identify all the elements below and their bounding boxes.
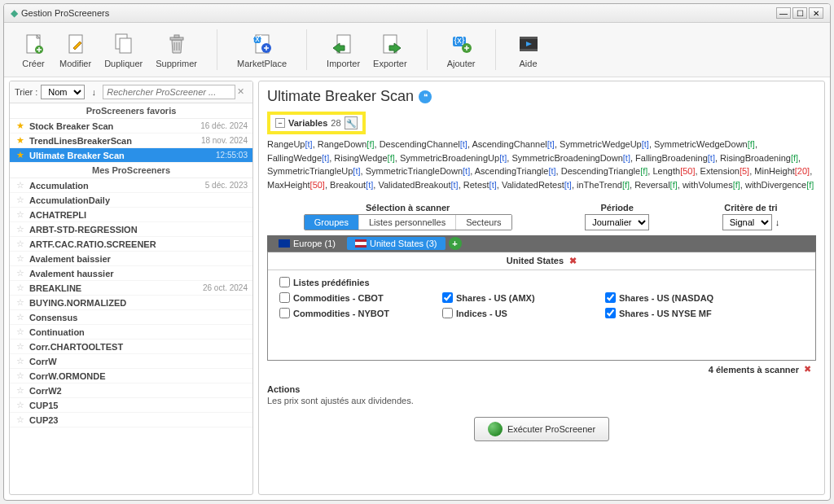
star-icon[interactable]: ☆ bbox=[15, 414, 26, 425]
sort-direction-button[interactable]: ↓ bbox=[88, 86, 99, 98]
list-item[interactable]: ☆AccumulationDaily bbox=[10, 193, 252, 208]
list-item[interactable]: ★Stock Breaker Scan16 déc. 2024 bbox=[10, 119, 252, 134]
list-item[interactable]: ★Ultimate Breaker Scan12:55:03 bbox=[10, 148, 252, 163]
maximize-button[interactable]: ☐ bbox=[792, 7, 807, 19]
collapse-toggle[interactable]: − bbox=[275, 118, 285, 128]
market-checkbox[interactable] bbox=[279, 308, 290, 318]
star-icon[interactable]: ☆ bbox=[15, 180, 26, 191]
variables-settings-button[interactable]: 🔧 bbox=[345, 116, 358, 129]
minimize-button[interactable]: — bbox=[776, 7, 791, 19]
region-tabs: Europe (1) United States (3) + bbox=[267, 235, 816, 252]
screener-list[interactable]: ProScreeners favoris★Stock Breaker Scan1… bbox=[10, 103, 252, 494]
list-item[interactable]: ☆CorrW bbox=[10, 354, 252, 369]
star-icon[interactable]: ☆ bbox=[15, 370, 26, 381]
add-button[interactable]: {x} Ajouter bbox=[441, 29, 482, 70]
execute-button[interactable]: Exécuter ProScreener bbox=[474, 417, 609, 441]
list-item[interactable]: ☆CUP15 bbox=[10, 398, 252, 413]
titlebar: ◆ Gestion ProScreeners — ☐ ✕ bbox=[4, 4, 830, 23]
market-check-item: Commodities - NYBOT bbox=[279, 308, 426, 318]
duplicate-button[interactable]: Dupliquer bbox=[98, 29, 149, 70]
list-item[interactable]: ☆Avalement baissier bbox=[10, 252, 252, 266]
list-item[interactable]: ☆BUYING.NORMALIZED bbox=[10, 296, 252, 310]
star-icon[interactable]: ★ bbox=[15, 121, 26, 131]
market-checkbox[interactable] bbox=[279, 292, 290, 303]
star-icon[interactable]: ☆ bbox=[15, 253, 26, 264]
add-region-button[interactable]: + bbox=[449, 237, 462, 250]
personal-lists-tab[interactable]: Listes personnelles bbox=[359, 215, 456, 230]
help-label: Aide bbox=[520, 59, 538, 68]
scan-footer: 4 élements à scanner ✖ bbox=[267, 361, 816, 378]
list-item[interactable]: ☆ACHATREPLI bbox=[10, 208, 252, 222]
variables-text: RangeUp[t], RangeDown[f], DescendingChan… bbox=[267, 138, 816, 191]
star-icon[interactable]: ☆ bbox=[15, 268, 26, 278]
export-icon bbox=[377, 31, 403, 57]
marketplace-button[interactable]: {x} MarketPlace bbox=[230, 29, 293, 70]
execute-label: Exécuter ProScreener bbox=[507, 424, 595, 434]
groups-tab[interactable]: Groupes bbox=[305, 215, 359, 230]
tab-europe[interactable]: Europe (1) bbox=[270, 237, 344, 250]
tab-united-states[interactable]: United States (3) bbox=[347, 237, 446, 250]
list-item[interactable]: ☆ARTF.CAC.RATIO.SCREENER bbox=[10, 237, 252, 252]
list-item[interactable]: ★TrendLinesBreakerScan18 nov. 2024 bbox=[10, 134, 252, 148]
market-checkbox[interactable] bbox=[442, 292, 453, 303]
star-icon[interactable]: ☆ bbox=[15, 297, 26, 308]
close-button[interactable]: ✕ bbox=[809, 7, 823, 19]
clear-elements-button[interactable]: ✖ bbox=[804, 364, 811, 375]
list-item[interactable]: ☆Corr.CHARTOOLTEST bbox=[10, 340, 252, 354]
star-icon[interactable]: ☆ bbox=[15, 283, 26, 293]
star-icon[interactable]: ☆ bbox=[15, 385, 26, 396]
market-check-label: Indices - US bbox=[456, 309, 507, 318]
detail-panel: Ultimate Breaker Scan ❝ − Variables 28 🔧… bbox=[258, 81, 825, 495]
market-check-label: Commodities - NYBOT bbox=[293, 309, 389, 318]
new-document-icon bbox=[20, 31, 46, 57]
list-item[interactable]: ☆BREAKLINE26 oct. 2024 bbox=[10, 281, 252, 296]
star-icon[interactable]: ☆ bbox=[15, 400, 26, 410]
star-icon[interactable]: ☆ bbox=[15, 341, 26, 352]
list-item[interactable]: ☆Accumulation5 déc. 2023 bbox=[10, 178, 252, 193]
star-icon[interactable]: ☆ bbox=[15, 327, 26, 337]
list-item[interactable]: ☆Consensus bbox=[10, 310, 252, 325]
import-button[interactable]: Importer bbox=[320, 29, 367, 70]
star-icon[interactable]: ☆ bbox=[15, 209, 26, 220]
item-label: ARBT-STD-REGRESSION bbox=[29, 225, 244, 234]
list-item[interactable]: ☆CorrW2 bbox=[10, 383, 252, 398]
sort-criterion-select[interactable]: Signal bbox=[722, 214, 772, 230]
market-check-label: Shares - US (NASDAQ bbox=[619, 293, 713, 303]
sort-criterion-direction[interactable]: ↓ bbox=[775, 217, 780, 227]
svg-rect-4 bbox=[120, 38, 131, 53]
export-button[interactable]: Exporter bbox=[367, 29, 414, 70]
help-button[interactable]: Aide bbox=[509, 29, 548, 70]
play-icon bbox=[488, 422, 503, 436]
list-item[interactable]: ☆Continuation bbox=[10, 325, 252, 340]
star-icon[interactable]: ★ bbox=[15, 150, 26, 160]
sectors-tab[interactable]: Secteurs bbox=[456, 215, 511, 230]
market-checkbox[interactable] bbox=[605, 308, 616, 318]
clear-search-icon[interactable]: ✕ bbox=[237, 86, 244, 97]
list-item[interactable]: ☆ARBT-STD-REGRESSION bbox=[10, 222, 252, 237]
delete-label: Supprimer bbox=[156, 59, 197, 68]
star-icon[interactable]: ☆ bbox=[15, 356, 26, 366]
modify-label: Modifier bbox=[59, 59, 91, 68]
list-item[interactable]: ☆CUP23 bbox=[10, 413, 252, 427]
star-icon[interactable]: ☆ bbox=[15, 224, 26, 234]
sort-label: Trier : bbox=[15, 87, 37, 97]
predefined-lists-checkbox[interactable] bbox=[279, 277, 290, 287]
star-icon[interactable]: ☆ bbox=[15, 239, 26, 249]
sort-select[interactable]: Nom bbox=[41, 85, 85, 99]
modify-button[interactable]: Modifier bbox=[53, 29, 98, 70]
star-icon[interactable]: ★ bbox=[15, 135, 26, 146]
period-select[interactable]: Journalier bbox=[585, 214, 649, 230]
market-checkbox[interactable] bbox=[442, 308, 453, 318]
market-checkbox[interactable] bbox=[605, 292, 616, 303]
search-input[interactable] bbox=[103, 85, 235, 99]
import-label: Importer bbox=[327, 59, 360, 68]
create-button[interactable]: Créer bbox=[14, 29, 53, 70]
star-icon[interactable]: ☆ bbox=[15, 312, 26, 322]
variables-header: − Variables 28 🔧 bbox=[267, 112, 366, 134]
delete-button[interactable]: Supprimer bbox=[149, 29, 204, 70]
star-icon[interactable]: ☆ bbox=[15, 195, 26, 205]
remove-region-button[interactable]: ✖ bbox=[569, 256, 577, 265]
list-item[interactable]: ☆Avalement haussier bbox=[10, 266, 252, 281]
help-bubble-icon[interactable]: ❝ bbox=[419, 90, 432, 103]
list-item[interactable]: ☆CorrW.ORMONDE bbox=[10, 369, 252, 383]
